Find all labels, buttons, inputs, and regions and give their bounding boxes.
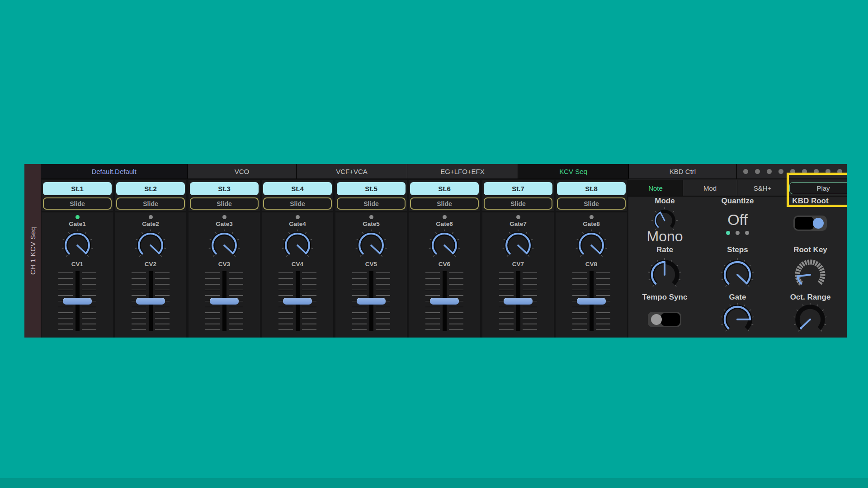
gate-knob[interactable] bbox=[61, 229, 94, 262]
toggle-knob bbox=[651, 314, 662, 325]
cv-slider[interactable] bbox=[278, 272, 316, 330]
cv-slider[interactable] bbox=[572, 272, 610, 330]
cv-slider-handle[interactable] bbox=[357, 298, 386, 305]
gate-label: Gate8 bbox=[556, 221, 627, 227]
cv-slider[interactable] bbox=[132, 272, 170, 330]
step-button[interactable]: St.5 bbox=[337, 182, 406, 195]
step-column-7: St.7 Slide Gate7 CV7 bbox=[482, 180, 554, 338]
divider bbox=[556, 211, 627, 212]
slide-button[interactable]: Slide bbox=[337, 197, 406, 210]
tab-kbd-ctrl[interactable]: KBD Ctrl bbox=[628, 164, 736, 178]
slide-button[interactable]: Slide bbox=[410, 197, 479, 210]
subtab-sh[interactable]: S&H+ bbox=[737, 180, 788, 196]
kbd-root-toggle[interactable] bbox=[793, 216, 827, 231]
tempo-sync-label: Tempo Sync bbox=[628, 293, 701, 302]
gate-amount-knob[interactable] bbox=[719, 301, 755, 338]
step-button[interactable]: St.6 bbox=[410, 182, 479, 195]
mode-value: Mono bbox=[628, 228, 701, 245]
oct-range-knob[interactable] bbox=[792, 301, 828, 338]
subtab-mod[interactable]: Mod bbox=[683, 180, 737, 196]
tab-vco[interactable]: VCO bbox=[187, 164, 296, 178]
step-button[interactable]: St.2 bbox=[116, 182, 185, 195]
slide-button[interactable]: Slide bbox=[557, 197, 626, 210]
cv-slider[interactable] bbox=[425, 272, 463, 330]
step-button[interactable]: St.8 bbox=[557, 182, 626, 195]
channel-label: CH 1 KCV Seq bbox=[29, 227, 37, 275]
quantize-value[interactable]: Off bbox=[701, 211, 774, 229]
pager-dot[interactable] bbox=[743, 169, 748, 174]
divider bbox=[189, 211, 260, 212]
slide-button[interactable]: Slide bbox=[263, 197, 332, 210]
cv-slider-handle[interactable] bbox=[430, 298, 459, 305]
quantize-dot[interactable] bbox=[745, 231, 749, 235]
pager-dot[interactable] bbox=[767, 169, 772, 174]
tab-default-default[interactable]: Default.Default bbox=[41, 164, 187, 178]
quantize-page-dots[interactable] bbox=[701, 231, 774, 235]
step-button[interactable]: St.4 bbox=[263, 182, 332, 195]
cv-slider[interactable] bbox=[499, 272, 537, 330]
subtab-note[interactable]: Note bbox=[628, 180, 683, 196]
rate-knob[interactable] bbox=[646, 257, 683, 293]
toggle-track bbox=[795, 217, 814, 230]
slide-button[interactable]: Slide bbox=[116, 197, 185, 210]
gate-knob[interactable] bbox=[354, 229, 388, 262]
gate-label: Gate2 bbox=[115, 221, 186, 227]
letterbox-band bbox=[0, 478, 868, 488]
cv-label: CV6 bbox=[409, 261, 480, 267]
gate-label: Gate5 bbox=[335, 221, 407, 227]
cv-label: CV4 bbox=[262, 261, 333, 267]
step-column-8: St.8 Slide Gate8 CV8 bbox=[556, 180, 627, 338]
gate-knob[interactable] bbox=[208, 229, 241, 262]
tab-eg-lfo-efx[interactable]: EG+LFO+EFX bbox=[407, 164, 518, 178]
step-button[interactable]: St.3 bbox=[190, 182, 259, 195]
tab-vcf-vca[interactable]: VCF+VCA bbox=[296, 164, 407, 178]
slide-button[interactable]: Slide bbox=[190, 197, 259, 210]
cv-slider-handle[interactable] bbox=[504, 298, 533, 305]
root-key-knob[interactable] bbox=[792, 257, 828, 293]
step-button[interactable]: St.1 bbox=[43, 182, 112, 195]
gate-knob[interactable] bbox=[575, 229, 608, 262]
cv-slider[interactable] bbox=[352, 272, 390, 330]
cv-label: CV1 bbox=[42, 261, 113, 267]
cv-slider-handle[interactable] bbox=[283, 298, 312, 305]
divider bbox=[42, 211, 113, 212]
cv-slider-handle[interactable] bbox=[63, 298, 92, 305]
gate-knob[interactable] bbox=[281, 229, 314, 262]
highlight-annotation-box bbox=[787, 173, 847, 207]
slide-button[interactable]: Slide bbox=[484, 197, 552, 210]
step-button[interactable]: St.7 bbox=[484, 182, 552, 195]
tempo-sync-toggle[interactable] bbox=[648, 312, 681, 327]
step-active-indicator bbox=[590, 215, 594, 219]
steps-knob[interactable] bbox=[719, 257, 755, 293]
cv-slider-handle[interactable] bbox=[577, 298, 606, 305]
cv-label: CV2 bbox=[115, 261, 186, 267]
quantize-dot[interactable] bbox=[736, 231, 740, 235]
pager-dot[interactable] bbox=[778, 169, 783, 174]
cv-slider[interactable] bbox=[58, 272, 96, 330]
rate-label: Rate bbox=[628, 245, 701, 254]
gate-label: Gate6 bbox=[409, 221, 480, 227]
cv-slider-handle[interactable] bbox=[210, 298, 239, 305]
gate-knob[interactable] bbox=[501, 229, 535, 262]
slide-button[interactable]: Slide bbox=[43, 197, 112, 210]
root-key-label: Root Key bbox=[774, 245, 847, 254]
step-active-indicator bbox=[75, 215, 80, 219]
cv-label: CV8 bbox=[556, 261, 627, 267]
step-column-6: St.6 Slide Gate6 CV6 bbox=[409, 180, 480, 338]
gate-label: Gate4 bbox=[262, 221, 333, 227]
toggle-knob bbox=[813, 218, 824, 229]
step-column-2: St.2 Slide Gate2 CV2 bbox=[115, 180, 186, 338]
tab-kcv-seq[interactable]: KCV Seq bbox=[518, 164, 628, 178]
pager-dot[interactable] bbox=[755, 169, 760, 174]
gate-knob[interactable] bbox=[428, 229, 461, 262]
synth-device-panel: CH 1 KCV Seq Default.Default VCO VCF+VCA… bbox=[24, 164, 847, 338]
gate-label: Gate3 bbox=[189, 221, 260, 227]
divider bbox=[482, 211, 554, 212]
step-active-indicator bbox=[222, 215, 226, 219]
cv-slider[interactable] bbox=[205, 272, 243, 330]
step-active-indicator bbox=[149, 215, 153, 219]
gate-knob[interactable] bbox=[134, 229, 167, 262]
cv-slider-handle[interactable] bbox=[136, 298, 165, 305]
gate-section-label: Gate bbox=[701, 293, 774, 302]
quantize-dot[interactable] bbox=[726, 231, 730, 235]
